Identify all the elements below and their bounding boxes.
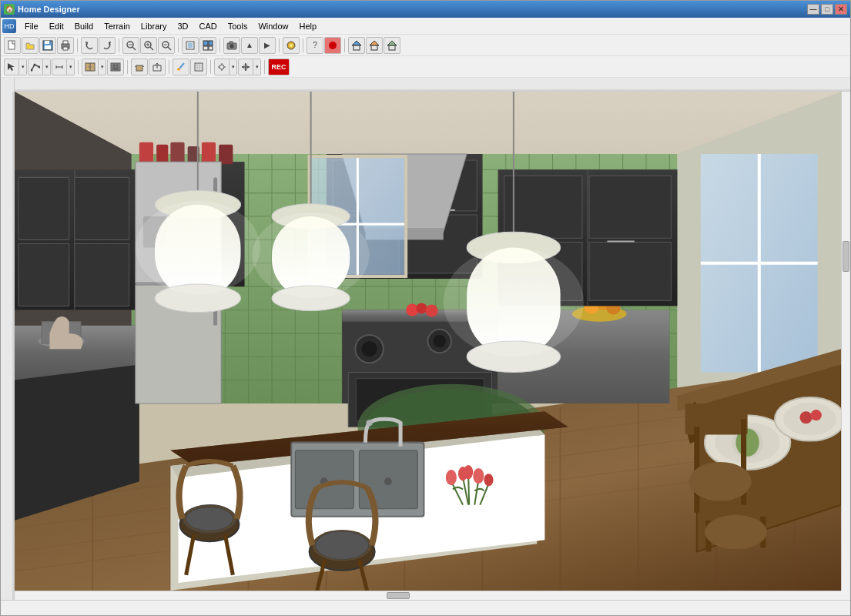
select-main-button[interactable] (4, 59, 19, 75)
svg-marker-34 (8, 63, 15, 71)
menu-3d[interactable]: 3D (172, 20, 193, 32)
svg-point-36 (34, 63, 36, 65)
canvas-area[interactable] (15, 92, 841, 591)
svg-line-15 (168, 47, 171, 50)
toolbar-primary: ▲ ▶ ? (1, 35, 850, 56)
house1-button[interactable] (348, 37, 365, 54)
cabinet-main-button[interactable] (82, 59, 99, 75)
place-object-button[interactable] (131, 59, 148, 75)
content-area (1, 78, 850, 600)
house3-button[interactable] (384, 37, 400, 54)
arrow-up-button[interactable]: ▲ (241, 37, 258, 54)
appliance-button[interactable] (107, 59, 124, 75)
svg-rect-49 (136, 65, 142, 71)
menu-edit[interactable]: Edit (44, 20, 69, 32)
svg-rect-172 (504, 176, 582, 238)
svg-marker-30 (370, 41, 379, 45)
menu-terrain[interactable]: Terrain (99, 20, 136, 32)
app-icon: 🏠 (4, 4, 15, 15)
vertical-scrollbar[interactable] (841, 92, 850, 591)
svg-rect-21 (203, 46, 208, 50)
sep11 (210, 60, 211, 74)
texture-button[interactable] (190, 59, 207, 75)
print-button[interactable] (57, 37, 74, 54)
top-ruler (15, 78, 850, 92)
scrollbar-thumb-vertical[interactable] (843, 241, 849, 272)
polyline-dropdown-button[interactable]: ▾ (43, 59, 51, 75)
fit-page-button[interactable] (182, 37, 199, 54)
paint-button[interactable] (173, 59, 189, 75)
transform-dropdown-button[interactable]: ▾ (230, 59, 237, 75)
new-button[interactable] (4, 37, 21, 54)
record-button[interactable] (324, 37, 341, 54)
svg-point-26 (287, 42, 295, 49)
svg-marker-70 (242, 65, 244, 69)
svg-marker-68 (244, 63, 247, 65)
close-button[interactable]: ✕ (835, 4, 847, 15)
export-button[interactable] (149, 59, 166, 75)
cabinet-tool-group: ▾ (82, 59, 106, 75)
undo-button[interactable] (81, 37, 98, 54)
menu-icon: HD (2, 19, 16, 33)
help-button[interactable]: ? (307, 37, 323, 54)
menu-tools[interactable]: Tools (223, 20, 253, 32)
rec-button[interactable]: REC (268, 59, 290, 75)
svg-point-198 (367, 420, 373, 426)
window-title: Home Designer (18, 5, 807, 14)
zoom-in-button[interactable] (140, 37, 157, 54)
select-dropdown-button[interactable]: ▾ (19, 59, 27, 75)
save-button[interactable] (39, 37, 56, 54)
svg-rect-33 (389, 45, 395, 50)
menu-help[interactable]: Help (294, 20, 323, 32)
horizontal-scrollbar[interactable] (15, 591, 841, 600)
transform-tool-group: ▾ (214, 59, 237, 75)
svg-rect-25 (230, 42, 233, 44)
svg-rect-56 (195, 63, 203, 71)
svg-rect-175 (589, 242, 671, 300)
svg-point-216 (186, 507, 233, 531)
move-main-button[interactable] (238, 59, 253, 75)
svg-point-235 (689, 462, 752, 501)
zoom-out-button[interactable] (158, 37, 175, 54)
maximize-button[interactable]: □ (821, 4, 833, 15)
menu-library[interactable]: Library (136, 20, 173, 32)
view-toggle-button[interactable] (199, 37, 216, 54)
select-tool-group: ▾ (4, 59, 27, 75)
transform-main-button[interactable] (214, 59, 230, 75)
sep12 (264, 60, 265, 74)
menu-window[interactable]: Window (253, 20, 293, 32)
dimension-dropdown-button[interactable]: ▾ (67, 59, 75, 75)
menu-build[interactable]: Build (69, 20, 99, 32)
sep8 (78, 60, 79, 74)
svg-rect-48 (112, 67, 119, 70)
svg-point-43 (88, 66, 89, 68)
svg-point-162 (434, 335, 446, 347)
svg-point-248 (253, 213, 370, 298)
minimize-button[interactable]: — (807, 4, 819, 15)
scrollbar-thumb-horizontal[interactable] (387, 592, 410, 599)
materials-button[interactable] (283, 37, 300, 54)
svg-rect-134 (75, 177, 129, 239)
zoom-glass-button[interactable] (122, 37, 139, 54)
svg-point-61 (219, 65, 224, 69)
svg-point-253 (444, 248, 584, 357)
redo-button[interactable] (99, 37, 116, 54)
sep1 (77, 38, 78, 52)
svg-rect-18 (188, 43, 193, 48)
cabinet-dropdown-button[interactable]: ▾ (99, 59, 106, 75)
dimension-main-button[interactable] (52, 59, 67, 75)
arrow-right-button[interactable]: ▶ (259, 37, 276, 54)
svg-point-211 (464, 465, 473, 479)
move-dropdown-button[interactable]: ▾ (253, 59, 261, 75)
svg-point-47 (116, 64, 119, 66)
camera-button[interactable] (223, 37, 240, 54)
status-bar (1, 600, 850, 615)
menu-file[interactable]: File (19, 20, 44, 32)
house2-button[interactable] (366, 37, 383, 54)
svg-rect-132 (18, 177, 69, 239)
polyline-main-button[interactable] (28, 59, 43, 75)
menu-cad[interactable]: CAD (193, 20, 222, 32)
open-button[interactable] (22, 37, 39, 54)
svg-point-231 (811, 410, 822, 420)
svg-rect-20 (209, 41, 213, 45)
